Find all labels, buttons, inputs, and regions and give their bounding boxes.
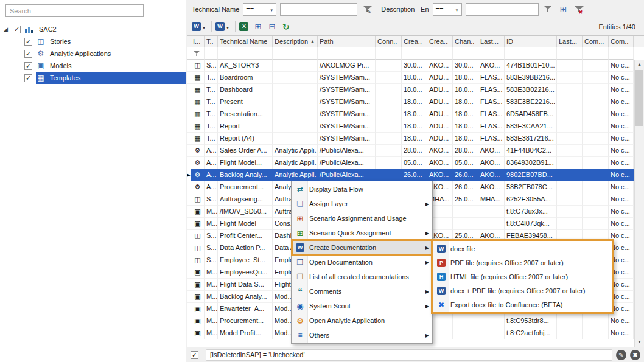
refresh-button[interactable]: ↻ (280, 20, 292, 33)
column-header[interactable]: Conn... (376, 36, 402, 47)
filter-cell[interactable] (191, 47, 205, 60)
context-menu-item[interactable]: ❝ Comments ▶ (292, 284, 432, 299)
context-menu-item[interactable]: ⇄ Display Data Flow (292, 182, 432, 197)
clear-filter-button[interactable] (573, 3, 585, 15)
vertical-scrollbar[interactable] (634, 60, 644, 347)
description-filter-input[interactable] (466, 3, 539, 16)
filter-cell[interactable] (478, 47, 505, 60)
table-row[interactable]: ▦ T... Report /SYSTEM/Sam... 18.0... ADU… (187, 120, 634, 133)
column-header[interactable]: I... (191, 36, 205, 47)
submenu-item[interactable]: ✖ Export docx file to Confluence (BETA) (433, 298, 611, 312)
cell-changed-date (453, 315, 478, 327)
scroll-up-button[interactable] (635, 60, 644, 69)
column-header[interactable] (187, 36, 191, 47)
tree-item[interactable]: ⚙ Analytic Applications (0, 47, 186, 60)
filter-cell[interactable] (505, 47, 557, 60)
filter-cell[interactable] (453, 47, 478, 60)
column-header[interactable]: Com... (609, 36, 634, 47)
create-documentation-button[interactable]: W (191, 20, 207, 33)
column-header[interactable]: Technical Name (218, 36, 273, 47)
filter-cell[interactable] (427, 47, 453, 60)
tree-item-checkbox[interactable] (24, 50, 32, 58)
tree-item[interactable]: ▦ Templates (0, 72, 186, 84)
column-header[interactable]: ID (505, 36, 557, 47)
submenu-item[interactable]: P PDF file (requires Office 2007 or late… (433, 256, 611, 270)
filter-cell[interactable] (557, 47, 583, 60)
column-header[interactable]: T... (205, 36, 218, 47)
table-row[interactable]: ▦ T... Present /SYSTEM/Sam... 18.0... AD… (187, 96, 634, 108)
column-header[interactable]: Last... (478, 36, 505, 47)
open-documentation-button[interactable]: W (214, 20, 231, 33)
table-row[interactable]: ▶ ⚙ A... Backlog Analy... Analytic Appli… (187, 169, 634, 181)
filter-cell[interactable] (402, 47, 427, 60)
operator-value: == (246, 5, 254, 13)
column-header[interactable]: Path (318, 36, 376, 47)
search-input[interactable] (5, 4, 144, 17)
context-menu-item[interactable]: ⚙ Open Analytic Application (292, 313, 432, 328)
table-row[interactable]: ⚙ A... Flight Model... Analytic Appli...… (187, 157, 634, 169)
tree-root-checkbox[interactable] (13, 26, 21, 33)
table-row[interactable]: ◫ S... AK_STORY3 /AKOLMOG Pr... 30.0... … (187, 60, 634, 72)
filter-edit-button[interactable] (361, 3, 373, 15)
column-header[interactable]: Crea... (427, 36, 453, 47)
context-menu-item[interactable]: W Create Documentation ▶ (292, 240, 432, 255)
row-indicator (187, 315, 191, 327)
filter-cell[interactable] (187, 47, 191, 60)
tree-item[interactable]: ◫ Stories (0, 35, 186, 47)
context-menu-item[interactable]: ⊞ Scenario Assignment and Usage (292, 211, 432, 226)
export-excel-button[interactable]: X (238, 20, 250, 33)
export-grid-button[interactable]: ⊟ (266, 20, 278, 33)
status-filter-checkbox[interactable] (191, 351, 198, 359)
operator-select[interactable]: == (243, 3, 276, 16)
edit-filter-button[interactable] (616, 350, 626, 360)
scroll-thumb[interactable] (635, 70, 643, 126)
filter-cell[interactable] (205, 47, 218, 60)
tree-item-checkbox[interactable] (24, 38, 32, 46)
context-menu-item[interactable]: ❐ List of all created documentations (292, 270, 432, 284)
cell-type: S... (205, 230, 218, 242)
scroll-down-button[interactable] (635, 337, 644, 347)
filter-cell[interactable] (273, 47, 318, 60)
filter-cell[interactable] (583, 47, 609, 60)
filter-cell[interactable] (318, 47, 376, 60)
column-header[interactable]: Description▲ (273, 36, 318, 47)
clear-filter-circle-button[interactable] (630, 350, 640, 360)
table-row[interactable]: ▦ T... Boardroom /SYSTEM/Sam... 18.0... … (187, 72, 634, 84)
column-header[interactable]: Last... (557, 36, 583, 47)
status-filter-field[interactable]: [IsDeletedInSAP] = 'Unchecked' (206, 349, 612, 361)
expander-icon[interactable] (4, 26, 13, 32)
cell-connection (376, 84, 402, 96)
cell-type: A... (205, 169, 218, 181)
tree-item-label: Analytic Applications (47, 49, 113, 58)
technical-name-filter-input[interactable] (280, 3, 357, 16)
table-row[interactable]: ⚙ A... Sales Order A... Analytic Appli..… (187, 145, 634, 157)
table-row[interactable]: ▦ T... Report (A4) /SYSTEM/Sam... 18.0..… (187, 133, 634, 145)
tree-item-checkbox[interactable] (24, 74, 32, 82)
context-menu-item[interactable]: ❏ Assign Layer ▶ (292, 197, 432, 211)
others-icon: ≡ (293, 331, 307, 339)
column-header[interactable]: Chan... (453, 36, 478, 47)
column-header[interactable]: Com... (583, 36, 609, 47)
context-menu-item[interactable]: ❐ Open Documentation ▶ (292, 255, 432, 270)
submenu-item[interactable]: W docx file (433, 242, 611, 256)
copy-grid-button[interactable]: ⊞ (252, 20, 264, 33)
apply-filter-button[interactable] (542, 3, 555, 15)
submenu-item[interactable]: W docx + PDF file (requires Office 2007 … (433, 284, 611, 298)
filter-cell[interactable] (376, 47, 402, 60)
context-menu-item[interactable]: ≡ Others ▶ (292, 328, 432, 343)
table-row[interactable]: ▦ T... Presentation... /SYSTEM/Sam... 18… (187, 108, 634, 120)
tree-item[interactable]: ▣ Models (0, 60, 186, 72)
tree-root-sac2[interactable]: SAC2 (0, 23, 186, 35)
context-menu-item[interactable]: ⊞ Scenario Quick Assignment ▶ (292, 226, 432, 240)
filter-cell[interactable] (609, 47, 634, 60)
filter-cell[interactable] (218, 47, 273, 60)
table-header-row: I... T... Technical Name Description▲ Pa… (187, 36, 634, 47)
context-menu-item[interactable]: ◉ System Scout ▶ (292, 299, 432, 313)
tree-item-checkbox[interactable] (24, 62, 32, 70)
submenu-item[interactable]: H HTML file (requires Office 2007 or lat… (433, 270, 611, 284)
filter-layout-button[interactable]: ⊞ (558, 3, 570, 15)
operator-select[interactable]: == (433, 3, 462, 16)
table-row[interactable]: ▦ T... Dashboard /SYSTEM/Sam... 18.0... … (187, 84, 634, 96)
submenu-arrow-icon: ▶ (422, 333, 429, 338)
column-header[interactable]: Crea... (402, 36, 427, 47)
